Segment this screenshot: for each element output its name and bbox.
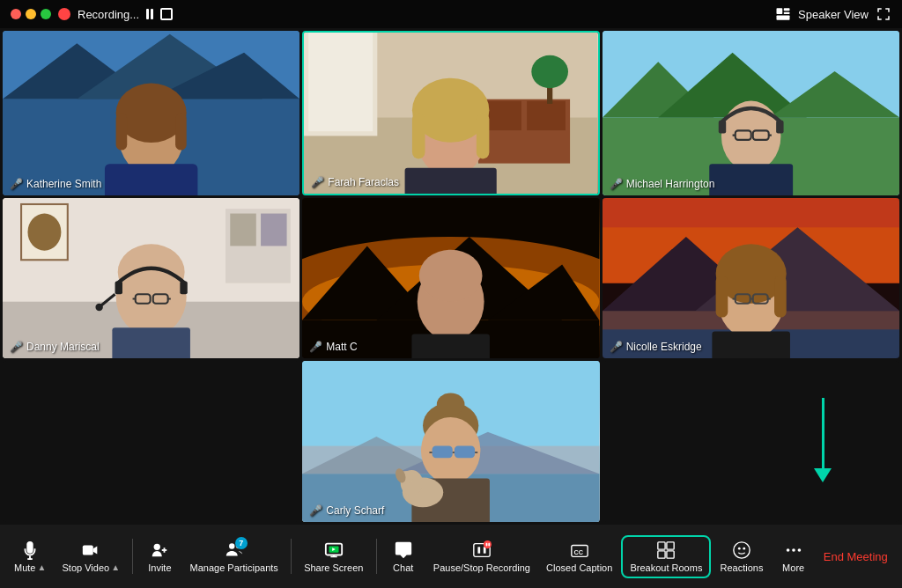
mic-icon-matt: 🎤 [309,341,322,353]
invite-label: Invite [148,562,171,573]
stop-recording-button[interactable] [160,8,173,20]
svg-point-67 [419,249,483,301]
traffic-lights [11,9,51,19]
svg-rect-119 [488,542,490,546]
svg-rect-40 [776,121,783,134]
svg-point-58 [95,303,102,310]
participant-name-matt: Matt C [326,341,357,353]
participant-label-nicolle: 🎤 Nicolle Eskridge [610,341,702,353]
participant-label-danny: 🎤 Danny Mariscal [10,341,100,353]
svg-point-107 [154,543,160,549]
end-meeting-button[interactable]: End Meeting [817,547,895,567]
breakout-rooms-icon [656,540,676,560]
mute-button[interactable]: Mute ▲ [7,537,53,577]
closed-captions-button[interactable]: CC Closed Caption [539,537,619,577]
svg-point-110 [229,543,234,548]
svg-rect-12 [116,113,128,150]
participant-name-danny: Danny Mariscal [26,341,100,353]
pause-recording-button[interactable] [146,9,153,19]
svg-rect-27 [477,113,490,158]
reactions-button[interactable]: Reactions [713,537,771,577]
svg-rect-26 [412,113,425,158]
svg-rect-115 [477,547,480,553]
danny-bg [3,198,299,359]
participant-name-farah: Farah Faraclas [328,176,399,188]
share-screen-button[interactable]: Share Screen [297,537,370,577]
carly-bg [302,361,599,522]
mute-icon [20,540,40,560]
participant-label-katherine: 🎤 Katherine Smith [10,178,101,190]
top-bar-right: Speaker View [775,6,891,22]
svg-point-126 [734,541,750,557]
svg-rect-46 [230,213,256,246]
svg-point-130 [792,548,795,552]
stop-video-button[interactable]: Stop Video ▲ [55,537,128,577]
mic-icon-nicolle: 🎤 [610,341,623,353]
minimize-button[interactable] [26,9,36,19]
stop-video-label: Stop Video [63,562,110,573]
chat-icon [394,540,413,560]
recording-indicator [58,8,70,20]
participant-label-michael: 🎤 Michael Harrington [610,178,715,190]
video-cell-nicolle: 🎤 Nicolle Eskridge [603,198,899,359]
svg-rect-18 [527,101,566,130]
svg-rect-85 [712,331,790,358]
participant-name-michael: Michael Harrington [626,178,715,190]
video-cell-placeholder-right [603,361,899,522]
svg-rect-50 [112,327,190,358]
mic-icon-michael: 🎤 [610,178,623,190]
svg-point-20 [532,55,569,88]
breakout-rooms-button[interactable]: Breakout Rooms [621,535,711,578]
svg-rect-39 [718,121,725,134]
svg-rect-22 [309,33,373,131]
participant-name-carly: Carly Scharf [326,504,384,517]
pause-stop-recording-label: Pause/Stop Recording [433,562,530,573]
speaker-view-label[interactable]: Speaker View [798,8,869,21]
nicolle-bg [603,198,899,359]
svg-point-44 [27,213,61,250]
reactions-icon [732,540,751,560]
svg-rect-106 [83,545,93,555]
svg-rect-55 [115,281,122,294]
reactions-label: Reactions [721,562,764,573]
svg-rect-122 [658,541,665,548]
pause-stop-recording-icon [472,540,492,560]
mic-icon-carly: 🎤 [309,504,322,517]
manage-participants-label: Manage Participants [190,562,278,573]
video-cell-farah: 🎤 Farah Faraclas [302,31,599,195]
divider-3 [376,539,377,574]
pause-stop-recording-button[interactable]: Pause/Stop Recording [426,537,537,577]
participant-name-katherine: Katherine Smith [26,178,101,190]
manage-participants-button[interactable]: 7 Manage Participants [183,537,285,577]
svg-rect-123 [667,541,674,548]
more-icon [784,540,803,560]
video-cell-michael: 🎤 Michael Harrington [603,31,899,195]
svg-rect-125 [667,550,674,557]
close-button[interactable] [11,9,21,19]
svg-rect-68 [412,334,491,358]
invite-button[interactable]: Invite [138,537,181,577]
video-cell-carly: 🎤 Carly Scharf [302,361,599,522]
share-screen-label: Share Screen [304,562,363,573]
svg-rect-95 [455,446,475,459]
svg-rect-79 [774,276,787,317]
divider-2 [291,539,292,574]
svg-rect-78 [715,276,728,317]
svg-rect-13 [175,113,187,150]
video-cell-matt: 🎤 Matt C [302,198,599,359]
svg-point-127 [738,547,741,549]
chat-button[interactable]: Chat [382,537,425,577]
top-bar: Recording... Speaker View [0,0,902,28]
svg-point-49 [118,244,185,299]
more-button[interactable]: More [773,537,815,577]
bottom-toolbar: Mute ▲ Stop Video ▲ Invite [0,525,902,588]
video-cell-placeholder-left [3,361,299,522]
maximize-button[interactable] [41,9,51,19]
svg-rect-3 [777,16,790,20]
manage-participants-icon: 7 [225,540,244,560]
svg-rect-10 [105,164,197,195]
fullscreen-icon[interactable] [876,6,891,22]
svg-point-92 [437,393,465,415]
participant-label-matt: 🎤 Matt C [309,341,357,353]
video-cell-danny: 🎤 Danny Mariscal [3,198,299,359]
